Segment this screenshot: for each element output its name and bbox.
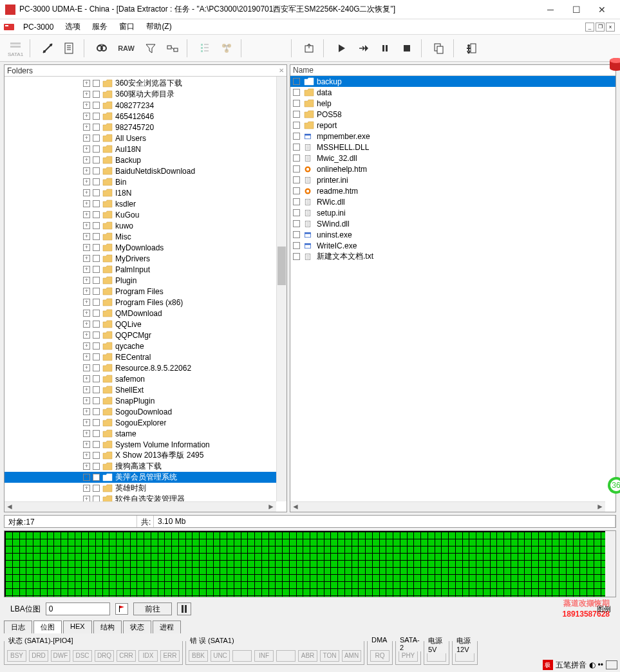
tree-item[interactable]: +All Users [5, 133, 287, 144]
checkbox[interactable] [93, 102, 100, 109]
expander-icon[interactable]: + [83, 474, 90, 481]
file-list[interactable]: backupdatahelpPOS58reportmpmember.exeMSS… [290, 76, 615, 262]
checkbox[interactable] [93, 331, 100, 339]
expander-icon[interactable]: + [83, 135, 90, 142]
menu-service[interactable]: 服务 [87, 20, 113, 33]
side-360-icon[interactable]: 36 [607, 476, 620, 494]
file-row[interactable]: readme.htm [290, 185, 615, 196]
checkbox[interactable] [293, 100, 300, 107]
tree-item[interactable]: +PalmInput [5, 264, 287, 275]
checkbox[interactable] [93, 474, 100, 481]
checkbox[interactable] [93, 288, 100, 295]
mdi-close[interactable]: x [606, 23, 615, 32]
expander-icon[interactable]: + [83, 288, 90, 295]
expander-icon[interactable]: + [83, 386, 90, 393]
checkbox[interactable] [293, 242, 300, 249]
expander-icon[interactable]: + [83, 353, 90, 360]
file-row[interactable]: setup.ini [290, 207, 615, 218]
expander-icon[interactable]: + [83, 244, 90, 251]
checkbox[interactable] [93, 145, 100, 153]
checkbox[interactable] [93, 419, 100, 426]
lba-go-button[interactable]: 前往 [133, 602, 172, 615]
checkbox[interactable] [293, 253, 300, 260]
notes-button[interactable] [59, 38, 80, 59]
checkbox[interactable] [93, 397, 100, 404]
ime-keyboard-icon[interactable] [606, 660, 617, 669]
lba-flag-icon[interactable] [115, 603, 128, 615]
file-row[interactable]: onlinehelp.htm [290, 163, 615, 174]
tab-3[interactable]: 结构 [93, 621, 122, 633]
checkbox[interactable] [293, 165, 300, 173]
expander-icon[interactable]: + [83, 441, 90, 448]
expander-icon[interactable]: + [83, 156, 90, 163]
checkbox[interactable] [293, 133, 300, 140]
tree-item[interactable]: +408277234 [5, 100, 287, 111]
raw-button[interactable]: RAW [113, 38, 139, 59]
expander-icon[interactable]: + [83, 331, 90, 339]
checkbox[interactable] [293, 176, 300, 183]
tree-item[interactable]: +982745720 [5, 122, 287, 133]
tree-item[interactable]: +ksdler [5, 198, 287, 209]
checkbox[interactable] [93, 255, 100, 262]
tree-item[interactable]: +360安全浏览器下载 [5, 78, 287, 89]
checkbox[interactable] [93, 408, 100, 415]
expander-icon[interactable]: + [83, 211, 90, 218]
expander-icon[interactable]: + [83, 430, 90, 437]
checkbox[interactable] [93, 277, 100, 284]
tree-item[interactable]: +RECentral [5, 351, 287, 362]
checkbox[interactable] [293, 220, 300, 227]
expander-icon[interactable]: + [83, 408, 90, 415]
checkbox[interactable] [93, 266, 100, 273]
expander-icon[interactable]: + [83, 145, 90, 153]
tree-item[interactable]: +kuwo [5, 220, 287, 231]
checkbox[interactable] [93, 211, 100, 218]
legend-label[interactable]: 图例 [597, 604, 611, 614]
tree-item[interactable]: +QQPCMgr [5, 330, 287, 341]
checkbox[interactable] [93, 299, 100, 306]
tree-item[interactable]: +美萍会员管理系统 [5, 472, 287, 483]
list-hscroll[interactable]: ◄► [290, 501, 605, 512]
tree-item[interactable]: +SnapPlugin [5, 395, 287, 406]
file-row[interactable]: SWind.dll [290, 218, 615, 229]
tree-item[interactable]: +SogouExplorer [5, 417, 287, 428]
file-row[interactable]: data [290, 87, 615, 98]
checkbox[interactable] [93, 342, 100, 350]
mdi-restore[interactable]: ❐ [596, 23, 605, 32]
tab-1[interactable]: 位图 [33, 621, 62, 633]
expander-icon[interactable]: + [83, 233, 90, 240]
side-db-icon[interactable] [607, 55, 620, 73]
expander-icon[interactable]: + [83, 463, 90, 470]
checkbox[interactable] [93, 189, 100, 196]
tree-item[interactable]: +System Volume Information [5, 439, 287, 450]
file-row[interactable]: 新建文本文档.txt [290, 251, 615, 262]
grid-vscroll[interactable] [605, 531, 615, 597]
expander-icon[interactable]: + [83, 452, 90, 459]
tree-item[interactable]: +Resource.8.9.5.22062 [5, 362, 287, 373]
tree-item[interactable]: +Bin [5, 176, 287, 187]
skip-button[interactable] [353, 38, 373, 59]
expander-icon[interactable]: + [83, 321, 90, 328]
mdi-minimize[interactable]: _ [585, 23, 594, 32]
checkbox[interactable] [293, 154, 300, 162]
tree-item[interactable]: +qycache [5, 341, 287, 351]
tree-item[interactable]: +QMDownload [5, 308, 287, 319]
checkbox[interactable] [293, 78, 300, 85]
expander-icon[interactable]: + [83, 102, 90, 109]
minimize-button[interactable]: ─ [538, 1, 563, 19]
tab-5[interactable]: 进程 [153, 621, 181, 633]
checkbox[interactable] [293, 198, 300, 205]
expander-icon[interactable]: + [83, 200, 90, 207]
tree-vscroll[interactable] [276, 77, 287, 501]
checkbox[interactable] [93, 452, 100, 459]
checkbox[interactable] [93, 386, 100, 393]
checkbox[interactable] [93, 200, 100, 207]
tree-item[interactable]: +英雄时刻 [5, 483, 287, 494]
checkbox[interactable] [93, 244, 100, 251]
file-row[interactable]: RWic.dll [290, 196, 615, 207]
checkbox[interactable] [93, 321, 100, 328]
tree-item[interactable]: +ShellExt [5, 384, 287, 395]
checkbox[interactable] [93, 222, 100, 229]
expander-icon[interactable]: + [83, 375, 90, 382]
expander-icon[interactable]: + [83, 167, 90, 174]
exit-button[interactable] [461, 38, 482, 59]
